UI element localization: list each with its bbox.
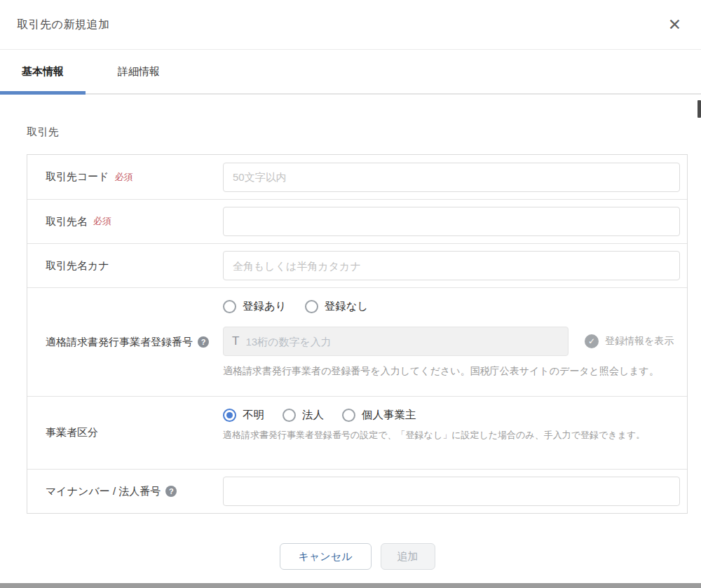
partner-code-input[interactable] — [223, 163, 680, 192]
radio-option-unknown[interactable]: 不明 — [223, 408, 264, 423]
partner-name-input[interactable] — [223, 207, 680, 236]
form-row-invoice-number: 適格請求書発行事業者登録番号 ? 登録あり 登録なし — [27, 287, 687, 396]
tab-basic-info[interactable]: 基本情報 — [0, 50, 86, 93]
close-icon[interactable]: ✕ — [667, 15, 683, 34]
my-number-input[interactable] — [223, 477, 680, 506]
form-row-business-type: 事業者区分 不明 法人 個人事業主 — [27, 396, 687, 469]
invoice-number-input[interactable] — [245, 336, 559, 348]
radio-corporate[interactable] — [283, 409, 296, 422]
partner-kana-value-cell — [223, 244, 687, 287]
tab-detail-info-label: 詳細情報 — [118, 65, 160, 78]
invoice-number-value-cell: 登録あり 登録なし T ✓ — [223, 288, 687, 396]
help-icon[interactable]: ? — [165, 486, 177, 497]
add-partner-dialog: 取引先の新規追加 ✕ 基本情報 詳細情報 取引先 取引先コード 必須 — [0, 0, 701, 588]
required-badge: 必須 — [115, 171, 133, 184]
partner-code-value-cell — [223, 155, 687, 199]
radio-option-corporate[interactable]: 法人 — [283, 408, 324, 423]
help-icon[interactable]: ? — [198, 336, 209, 348]
scrollbar-thumb[interactable] — [697, 100, 701, 118]
business-type-label: 事業者区分 — [46, 426, 98, 439]
radio-unknown-label: 不明 — [243, 408, 264, 423]
section-title: 取引先 — [27, 125, 688, 139]
partner-kana-input[interactable] — [223, 251, 680, 280]
dialog-footer: キャンセル 追加 — [27, 543, 688, 570]
backdrop-edge — [0, 583, 701, 588]
show-registration-info-label: 登録情報を表示 — [605, 335, 674, 348]
form-row-partner-code: 取引先コード 必須 — [27, 155, 687, 199]
invoice-registration-radio-group: 登録あり 登録なし — [223, 299, 680, 314]
radio-option-individual[interactable]: 個人事業主 — [342, 408, 416, 423]
partner-name-label-cell: 取引先名 必須 — [27, 200, 223, 243]
radio-option-not-registered[interactable]: 登録なし — [305, 299, 369, 314]
partner-kana-label: 取引先名カナ — [46, 259, 109, 273]
partner-code-label: 取引先コード — [46, 170, 109, 184]
text-format-icon: T — [232, 334, 239, 348]
my-number-label-cell: マイナンバー / 法人番号 ? — [27, 470, 223, 513]
business-type-value-cell: 不明 法人 個人事業主 適格請求書発行事業者登録番号の設定で、「登録なし」に設定… — [223, 397, 687, 469]
my-number-label: マイナンバー / 法人番号 — [46, 485, 161, 498]
add-button[interactable]: 追加 — [381, 543, 435, 570]
invoice-number-label-cell: 適格請求書発行事業者登録番号 ? — [27, 288, 223, 396]
radio-not-registered[interactable] — [305, 300, 318, 313]
dialog-content: 取引先 取引先コード 必須 取引先名 必須 — [0, 125, 701, 570]
radio-registered-label: 登録あり — [243, 299, 287, 314]
invoice-number-field: T — [223, 327, 569, 356]
tab-basic-info-label: 基本情報 — [22, 65, 64, 78]
my-number-value-cell — [223, 470, 687, 513]
form-row-partner-name: 取引先名 必須 — [27, 199, 687, 243]
radio-registered[interactable] — [223, 300, 236, 313]
business-type-helper-text: 適格請求書発行事業者登録番号の設定で、「登録なし」に設定した場合のみ、手入力で登… — [223, 428, 680, 442]
invoice-input-line: T ✓ 登録情報を表示 — [223, 327, 680, 356]
form-row-partner-kana: 取引先名カナ — [27, 243, 687, 287]
radio-individual[interactable] — [342, 409, 355, 422]
tab-bar: 基本情報 詳細情報 — [0, 50, 701, 95]
business-type-radio-group: 不明 法人 個人事業主 — [223, 408, 680, 423]
radio-not-registered-label: 登録なし — [325, 299, 369, 314]
dialog-header: 取引先の新規追加 ✕ — [0, 0, 701, 50]
dialog-title: 取引先の新規追加 — [17, 18, 109, 32]
radio-option-registered[interactable]: 登録あり — [223, 299, 287, 314]
invoice-number-label: 適格請求書発行事業者登録番号 — [46, 336, 193, 349]
check-circle-icon: ✓ — [585, 334, 599, 348]
radio-individual-label: 個人事業主 — [362, 408, 416, 423]
invoice-helper-text: 適格請求書発行事業者の登録番号を入力してください。国税庁公表サイトのデータと照会… — [223, 364, 679, 378]
partner-name-label: 取引先名 — [46, 215, 88, 228]
required-badge: 必須 — [93, 215, 111, 228]
partner-form-table: 取引先コード 必須 取引先名 必須 取引先名 — [27, 154, 688, 514]
partner-kana-label-cell: 取引先名カナ — [27, 244, 223, 287]
cancel-button[interactable]: キャンセル — [280, 543, 372, 570]
show-registration-info-button[interactable]: ✓ 登録情報を表示 — [585, 334, 674, 348]
radio-corporate-label: 法人 — [302, 408, 324, 423]
radio-unknown-selected[interactable] — [223, 409, 236, 422]
form-row-my-number: マイナンバー / 法人番号 ? — [27, 469, 687, 513]
tab-detail-info[interactable]: 詳細情報 — [105, 50, 172, 93]
partner-name-value-cell — [223, 200, 687, 243]
partner-code-label-cell: 取引先コード 必須 — [27, 155, 223, 199]
business-type-label-cell: 事業者区分 — [27, 397, 223, 469]
